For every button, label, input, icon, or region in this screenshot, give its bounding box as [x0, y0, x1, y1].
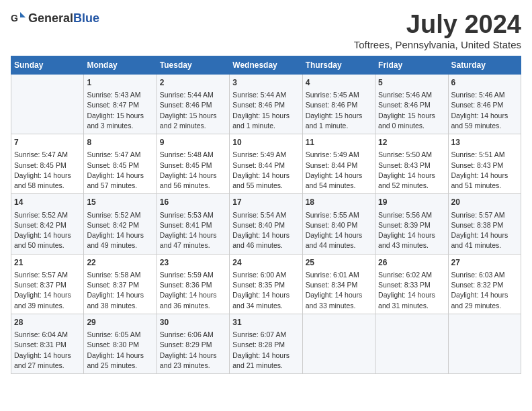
calendar-cell: 21Sunrise: 5:57 AMSunset: 8:37 PMDayligh… [11, 254, 84, 314]
day-info-line: Daylight: 14 hours [232, 290, 299, 300]
day-info-line: Sunset: 8:44 PM [306, 161, 372, 171]
day-info-line: Sunset: 8:44 PM [232, 161, 299, 171]
day-info-line: Sunset: 8:36 PM [160, 280, 226, 290]
calendar-cell [448, 314, 521, 373]
day-info-line: Sunset: 8:40 PM [232, 220, 299, 230]
day-info-line: and 39 minutes. [14, 301, 81, 311]
day-info-line: Sunrise: 5:46 AM [378, 90, 445, 100]
calendar-cell: 17Sunrise: 5:54 AMSunset: 8:40 PMDayligh… [230, 194, 302, 254]
day-info-line: Daylight: 14 hours [378, 230, 445, 240]
day-number: 5 [378, 77, 445, 89]
day-number: 25 [306, 257, 372, 269]
logo-icon: G [11, 11, 26, 26]
day-info-line: Daylight: 14 hours [306, 230, 372, 240]
day-info-line: Sunrise: 5:44 AM [160, 90, 226, 100]
day-info-line: and 58 minutes. [14, 181, 81, 191]
logo-text-blue: Blue [73, 11, 99, 25]
calendar-cell: 7Sunrise: 5:47 AMSunset: 8:45 PMDaylight… [11, 134, 84, 194]
weekday-header-monday: Monday [84, 56, 157, 74]
day-info-line: Sunset: 8:41 PM [160, 220, 226, 230]
calendar-week-row: 21Sunrise: 5:57 AMSunset: 8:37 PMDayligh… [11, 254, 521, 314]
calendar-cell: 13Sunrise: 5:51 AMSunset: 8:43 PMDayligh… [448, 134, 521, 194]
calendar-week-row: 14Sunrise: 5:52 AMSunset: 8:42 PMDayligh… [11, 194, 521, 254]
day-info-line: and 31 minutes. [378, 301, 445, 311]
day-number: 21 [14, 257, 81, 269]
day-info-line: and 41 minutes. [451, 240, 518, 250]
day-info-line: Sunrise: 5:47 AM [14, 150, 81, 160]
day-info-line: and 55 minutes. [232, 181, 299, 191]
day-info-line: Daylight: 14 hours [160, 290, 226, 300]
day-info-line: Sunset: 8:32 PM [451, 280, 518, 290]
logo: G GeneralBlue [11, 11, 99, 26]
day-info-line: Sunset: 8:30 PM [87, 340, 153, 350]
day-info-line: Sunset: 8:38 PM [451, 220, 518, 230]
day-info-line: Daylight: 15 hours [378, 111, 445, 121]
calendar-cell: 23Sunrise: 5:59 AMSunset: 8:36 PMDayligh… [157, 254, 229, 314]
weekday-header-thursday: Thursday [302, 56, 375, 74]
svg-marker-1 [20, 12, 26, 17]
day-info-line: Daylight: 14 hours [14, 230, 81, 240]
day-info-line: Sunrise: 5:56 AM [378, 210, 445, 220]
day-info-line: Sunrise: 6:01 AM [306, 270, 372, 280]
calendar-cell: 30Sunrise: 6:06 AMSunset: 8:29 PMDayligh… [157, 314, 229, 373]
day-info-line: Daylight: 14 hours [378, 290, 445, 300]
day-info-line: and 46 minutes. [232, 240, 299, 250]
day-info-line: Sunrise: 5:44 AM [232, 90, 299, 100]
day-number: 8 [87, 137, 153, 148]
day-info-line: Sunset: 8:31 PM [14, 340, 81, 350]
day-info-line: Daylight: 14 hours [14, 290, 81, 300]
calendar-cell: 15Sunrise: 5:52 AMSunset: 8:42 PMDayligh… [84, 194, 157, 254]
day-number: 23 [160, 257, 226, 269]
day-info-line: Sunset: 8:46 PM [451, 100, 518, 110]
calendar-cell: 3Sunrise: 5:44 AMSunset: 8:46 PMDaylight… [230, 74, 302, 134]
day-info-line: and 50 minutes. [14, 240, 81, 250]
day-info-line: Daylight: 15 hours [87, 111, 153, 121]
day-info-line: Sunrise: 6:07 AM [232, 330, 299, 340]
day-info-line: Sunset: 8:43 PM [378, 161, 445, 171]
day-info-line: Daylight: 15 hours [306, 111, 372, 121]
weekday-header-row: SundayMondayTuesdayWednesdayThursdayFrid… [11, 56, 521, 74]
day-info-line: and 52 minutes. [378, 181, 445, 191]
day-info-line: and 3 minutes. [87, 121, 153, 131]
calendar-cell [375, 314, 448, 373]
month-title: July 2024 [354, 11, 521, 39]
calendar-cell: 22Sunrise: 5:58 AMSunset: 8:37 PMDayligh… [84, 254, 157, 314]
day-info-line: Sunrise: 5:55 AM [306, 210, 372, 220]
day-info-line: and 57 minutes. [87, 181, 153, 191]
day-number: 4 [306, 77, 372, 89]
day-info-line: and 56 minutes. [160, 181, 226, 191]
day-info-line: Daylight: 14 hours [232, 230, 299, 240]
day-number: 26 [378, 257, 445, 269]
day-info-line: Sunrise: 5:49 AM [232, 150, 299, 160]
day-info-line: Sunset: 8:28 PM [232, 340, 299, 350]
calendar-cell: 5Sunrise: 5:46 AMSunset: 8:46 PMDaylight… [375, 74, 448, 134]
day-info-line: Daylight: 14 hours [14, 351, 81, 361]
day-info-line: and 36 minutes. [160, 301, 226, 311]
day-info-line: Sunrise: 5:51 AM [451, 150, 518, 160]
day-number: 24 [232, 257, 299, 269]
calendar-cell: 24Sunrise: 6:00 AMSunset: 8:35 PMDayligh… [230, 254, 302, 314]
weekday-header-wednesday: Wednesday [230, 56, 302, 74]
day-info-line: Sunrise: 6:02 AM [378, 270, 445, 280]
calendar-cell: 14Sunrise: 5:52 AMSunset: 8:42 PMDayligh… [11, 194, 84, 254]
day-info-line: Sunrise: 5:57 AM [451, 210, 518, 220]
calendar-cell: 9Sunrise: 5:48 AMSunset: 8:45 PMDaylight… [157, 134, 229, 194]
day-info-line: and 59 minutes. [451, 121, 518, 131]
day-info-line: Sunrise: 6:04 AM [14, 330, 81, 340]
calendar-cell: 1Sunrise: 5:43 AMSunset: 8:47 PMDaylight… [84, 74, 157, 134]
day-number: 20 [451, 197, 518, 208]
day-info-line: Sunrise: 5:47 AM [87, 150, 153, 160]
day-info-line: Sunset: 8:45 PM [14, 161, 81, 171]
day-info-line: Daylight: 14 hours [232, 351, 299, 361]
day-info-line: Sunrise: 5:46 AM [451, 90, 518, 100]
calendar-cell: 19Sunrise: 5:56 AMSunset: 8:39 PMDayligh… [375, 194, 448, 254]
day-info-line: and 44 minutes. [306, 240, 372, 250]
day-info-line: Daylight: 14 hours [451, 111, 518, 121]
day-info-line: Daylight: 14 hours [87, 230, 153, 240]
calendar-cell: 10Sunrise: 5:49 AMSunset: 8:44 PMDayligh… [230, 134, 302, 194]
day-number: 30 [160, 317, 226, 328]
day-info-line: and 1 minute. [306, 121, 372, 131]
day-info-line: Sunrise: 5:48 AM [160, 150, 226, 160]
day-number: 3 [232, 77, 299, 89]
day-info-line: and 23 minutes. [160, 361, 226, 371]
